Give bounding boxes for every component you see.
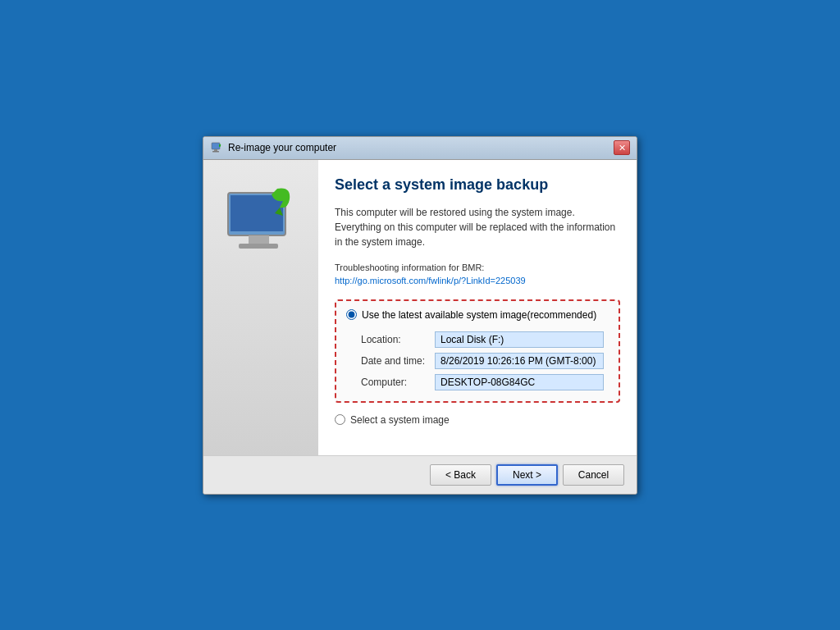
svg-rect-5: [249, 235, 269, 244]
cancel-button[interactable]: Cancel: [563, 464, 624, 486]
latest-image-radio[interactable]: [346, 309, 357, 320]
right-panel: Select a system image backup This comput…: [318, 160, 637, 455]
select-image-option[interactable]: Select a system image: [335, 411, 620, 426]
datetime-value: 8/26/2019 10:26:16 PM (GMT-8:00): [435, 353, 604, 369]
dialog-window: Re-image your computer ✕: [203, 136, 637, 495]
computer-row: Computer: DESKTOP-08G84GC: [361, 372, 609, 393]
computer-label: Computer:: [361, 372, 435, 393]
svg-rect-1: [214, 149, 217, 151]
select-image-label: Select a system image: [350, 414, 450, 426]
troubleshoot-link[interactable]: http://go.microsoft.com/fwlink/p/?LinkId…: [335, 276, 526, 285]
left-panel: [203, 160, 318, 455]
back-button[interactable]: < Back: [430, 464, 491, 486]
location-label: Location:: [361, 329, 435, 350]
svg-rect-2: [212, 151, 219, 153]
latest-image-label: Use the latest available system image(re…: [362, 309, 596, 321]
title-bar: Re-image your computer ✕: [203, 137, 637, 160]
computer-value: DESKTOP-08G84GC: [435, 374, 604, 390]
footer: < Back Next > Cancel: [203, 455, 637, 494]
title-bar-text: Re-image your computer: [228, 142, 614, 153]
datetime-label: Date and time:: [361, 350, 435, 372]
svg-rect-6: [239, 244, 278, 249]
next-button[interactable]: Next >: [496, 464, 558, 486]
datetime-row: Date and time: 8/26/2019 10:26:16 PM (GM…: [361, 350, 609, 372]
latest-image-option[interactable]: Use the latest available system image(re…: [346, 309, 609, 321]
location-value: Local Disk (F:): [435, 331, 604, 348]
computer-restore-icon: [224, 185, 298, 258]
dialog-body: Select a system image backup This comput…: [203, 160, 637, 455]
close-button[interactable]: ✕: [614, 140, 630, 155]
title-bar-icon: [210, 141, 223, 154]
section-title: Select a system image backup: [335, 176, 620, 194]
description-text: This computer will be restored using the…: [335, 205, 620, 249]
select-image-radio[interactable]: [335, 414, 345, 425]
options-box: Use the latest available system image(re…: [335, 299, 620, 403]
image-info-table: Location: Local Disk (F:) Date and time:…: [361, 329, 609, 393]
location-row: Location: Local Disk (F:): [361, 329, 609, 350]
troubleshoot-info: Troubleshooting information for BMR: htt…: [335, 261, 620, 288]
svg-rect-0: [212, 143, 220, 149]
